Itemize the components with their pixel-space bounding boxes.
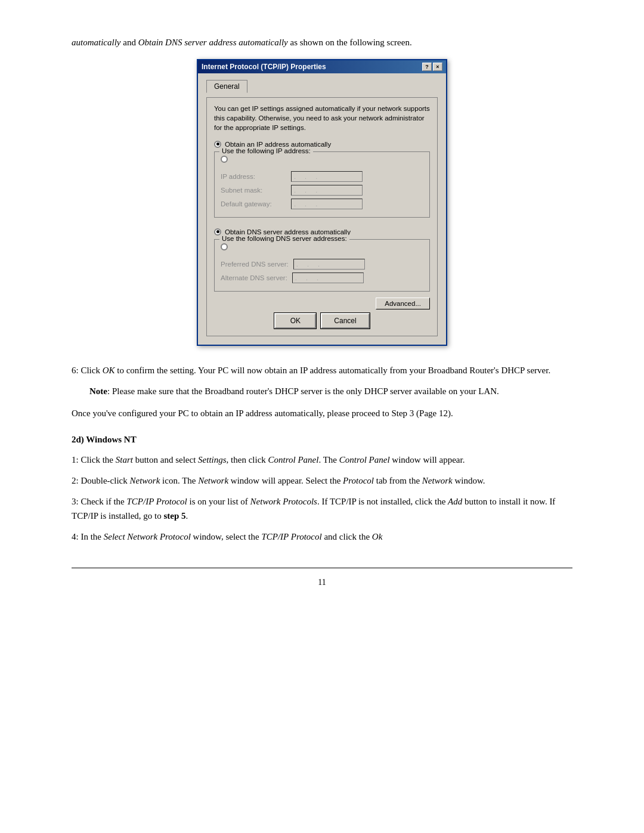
dialog-content: You can get IP settings assigned automat… xyxy=(206,97,438,336)
field-row-ip: IP address: . . . xyxy=(221,171,423,182)
nt-step-3-add: Add xyxy=(448,497,462,506)
intro-dns-text: Obtain DNS server address automatically xyxy=(138,38,288,47)
nt-step-3-step5: step 5 xyxy=(163,511,185,521)
nt-step-2-network2: Network xyxy=(198,476,228,485)
nt-step-3-num: 3: xyxy=(72,497,80,506)
once-text: Once you've configured your PC to obtain… xyxy=(72,407,572,420)
nt-step-4-num: 4: xyxy=(72,532,80,541)
cancel-button[interactable]: Cancel xyxy=(321,313,369,329)
nt-step-1-cp: Control Panel xyxy=(268,455,319,465)
section-2d-heading: 2d) Windows NT xyxy=(72,435,572,445)
dialog-body: General You can get IP settings assigned… xyxy=(198,73,446,345)
nt-step-2-network: Network xyxy=(129,476,160,485)
step-6-ok: OK xyxy=(103,366,115,375)
field-ip-label: IP address: xyxy=(221,173,286,180)
step-6-text1: Click xyxy=(80,366,102,375)
tcp-ip-dialog: Internet Protocol (TCP/IP) Properties ? … xyxy=(197,59,447,346)
step-6-text2: to confirm the setting. Your PC will now… xyxy=(115,366,551,375)
step-6-number: 6: xyxy=(72,366,79,375)
radio-manual-dns[interactable]: Use the following DNS server addresses: xyxy=(221,243,423,250)
section-2d-text: 2d) Windows NT xyxy=(72,435,137,444)
page-divider xyxy=(72,568,572,568)
description-text: You can get IP settings assigned automat… xyxy=(214,104,430,132)
field-preferred-input[interactable]: . . . xyxy=(293,259,365,270)
radio-manual-ip-circle xyxy=(221,156,228,163)
nt-step-4: 4: In the Select Network Protocol window… xyxy=(72,530,572,544)
nt-step-2: 2: Double-click Network icon. The Networ… xyxy=(72,474,572,488)
step-6: 6: Click OK to confirm the setting. Your… xyxy=(72,364,572,377)
field-ip-input[interactable]: . . . xyxy=(291,171,363,182)
radio-manual-ip[interactable]: Use the following IP address: xyxy=(221,156,423,163)
dialog-title-area: Internet Protocol (TCP/IP) Properties xyxy=(202,63,326,71)
dialog-title-text: Internet Protocol (TCP/IP) Properties xyxy=(202,63,326,71)
field-alternate-input[interactable]: . . . xyxy=(292,272,364,283)
field-subnet-input[interactable]: . . . xyxy=(291,185,363,196)
nt-step-1: 1: Click the Start button and select Set… xyxy=(72,453,572,467)
nt-step-4-ok: Ok xyxy=(372,532,383,541)
field-gateway-label: Default gateway: xyxy=(221,200,286,208)
intro-paragraph: automatically and Obtain DNS server addr… xyxy=(72,36,572,49)
tab-row: General xyxy=(206,79,438,92)
nt-step-1-start: Start xyxy=(116,455,133,465)
nt-step-3-tcpip: TCP/IP Protocol xyxy=(126,497,187,506)
radio-manual-dns-circle xyxy=(221,243,228,250)
page-number: 11 xyxy=(72,578,572,587)
field-row-alternate: Alternate DNS server: . . . xyxy=(221,272,423,283)
note-block: Note: Please make sure that the Broadban… xyxy=(72,385,572,398)
field-row-gateway: Default gateway: . . . xyxy=(221,199,423,209)
intro-suffix: as shown on the following screen. xyxy=(288,38,412,47)
ok-cancel-row: OK Cancel xyxy=(214,313,430,329)
nt-step-4-select: Select Network Protocol xyxy=(104,532,191,541)
close-button[interactable]: × xyxy=(433,63,442,71)
dialog-titlebar: Internet Protocol (TCP/IP) Properties ? … xyxy=(198,60,446,73)
field-alternate-label: Alternate DNS server: xyxy=(221,274,287,281)
field-row-subnet: Subnet mask: . . . xyxy=(221,185,423,196)
manual-ip-group: Use the following IP address: IP address… xyxy=(214,151,430,218)
nt-step-1-cp2: Control Panel xyxy=(339,455,390,465)
nt-step-1-num: 1: xyxy=(72,455,80,465)
nt-step-1-settings: Settings xyxy=(198,455,227,465)
nt-step-4-tcpip: TCP/IP Protocol xyxy=(261,532,321,541)
field-preferred-label: Preferred DNS server: xyxy=(221,261,289,268)
help-button[interactable]: ? xyxy=(422,63,432,71)
nt-step-3-netprot: Network Protocols xyxy=(250,497,317,506)
nt-step-2-protocol: Protocol xyxy=(343,476,374,485)
nt-step-3: 3: Check if the TCP/IP Protocol is on yo… xyxy=(72,495,572,523)
ok-button[interactable]: OK xyxy=(274,313,316,329)
field-subnet-label: Subnet mask: xyxy=(221,187,286,194)
advanced-button[interactable]: Advanced... xyxy=(376,298,430,309)
manual-dns-label: Use the following DNS server addresses: xyxy=(219,235,349,242)
manual-dns-group: Use the following DNS server addresses: … xyxy=(214,239,430,292)
note-text: : Please make sure that the Broadband ro… xyxy=(107,386,499,396)
intro-connector: and xyxy=(121,38,138,47)
dialog-footer-row: Advanced... xyxy=(214,298,430,309)
dialog-wrapper: Internet Protocol (TCP/IP) Properties ? … xyxy=(72,59,572,346)
field-gateway-input[interactable]: . . . xyxy=(291,199,363,209)
field-row-preferred: Preferred DNS server: . . . xyxy=(221,259,423,270)
intro-auto-text: automatically xyxy=(72,38,121,47)
nt-step-2-num: 2: xyxy=(72,476,80,485)
once-text-content: Once you've configured your PC to obtain… xyxy=(72,408,453,418)
note-label: Note xyxy=(89,386,107,396)
dialog-controls: ? × xyxy=(422,63,442,71)
tab-general[interactable]: General xyxy=(206,80,247,93)
nt-step-2-network3: Network xyxy=(422,476,453,485)
manual-ip-label: Use the following IP address: xyxy=(219,147,313,154)
